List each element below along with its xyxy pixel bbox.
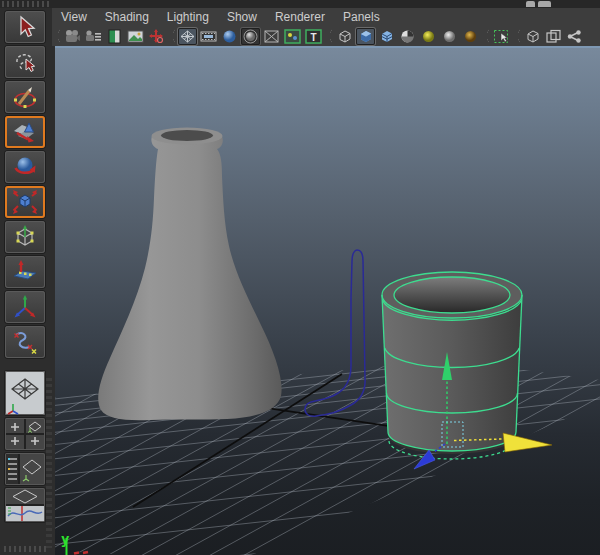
- move-tool-button[interactable]: [5, 116, 45, 148]
- use-all-lights-icon[interactable]: [283, 28, 302, 45]
- perspective-viewport[interactable]: y: [55, 46, 600, 555]
- scale-tool-button[interactable]: [5, 186, 45, 218]
- paint-select-tool-button[interactable]: [5, 81, 45, 113]
- select-camera-icon[interactable]: [63, 28, 82, 45]
- wireframe-mode-icon[interactable]: [335, 28, 354, 45]
- toolbar-separator: [169, 29, 175, 43]
- menu-shading[interactable]: Shading: [96, 10, 158, 24]
- universal-manipulator-tool-button[interactable]: [5, 221, 45, 253]
- flask-object[interactable]: [98, 128, 281, 421]
- x-axis-tick: [74, 553, 79, 554]
- toolbox-drag-grip[interactable]: [2, 1, 50, 7]
- menu-renderer[interactable]: Renderer: [266, 10, 334, 24]
- menu-lighting[interactable]: Lighting: [158, 10, 218, 24]
- layout-persp-graph-button[interactable]: [5, 488, 45, 522]
- default-material-icon[interactable]: [241, 28, 260, 45]
- xray-icon[interactable]: [262, 28, 281, 45]
- maya-viewport-panel: View Shading Lighting Show Renderer Pane…: [0, 0, 600, 555]
- top-strip: [0, 0, 600, 8]
- multi-pane-icon[interactable]: [544, 28, 563, 45]
- x-axis-handle-active[interactable]: [503, 433, 552, 452]
- cylinder-object[interactable]: [382, 272, 522, 459]
- use-default-material-icon[interactable]: [398, 28, 417, 45]
- menu-panels[interactable]: Panels: [334, 10, 389, 24]
- camera-attributes-icon[interactable]: [84, 28, 103, 45]
- film-gate-icon[interactable]: [199, 28, 218, 45]
- flask-body[interactable]: [98, 130, 281, 420]
- smooth-shade-mode-icon[interactable]: [356, 28, 375, 45]
- wire-cube-icon[interactable]: [523, 28, 542, 45]
- textured-icon[interactable]: T: [304, 28, 323, 45]
- top-tab-small: [526, 1, 535, 7]
- top-tab-wide: [538, 1, 551, 7]
- panel-edge-texture: [46, 378, 52, 548]
- lasso-select-tool-button[interactable]: [5, 46, 45, 78]
- lighting-gold-icon[interactable]: [461, 28, 480, 45]
- toolbar-separator: [326, 29, 332, 43]
- bookmarks-icon[interactable]: [105, 28, 124, 45]
- image-plane-icon[interactable]: [126, 28, 145, 45]
- curve-tool-button[interactable]: [5, 326, 45, 358]
- panel-menubar: View Shading Lighting Show Renderer Pane…: [52, 8, 600, 27]
- toolbar-separator: [514, 29, 520, 43]
- rotate-tool-button[interactable]: [5, 151, 45, 183]
- share-nodes-icon[interactable]: [565, 28, 584, 45]
- panel-drag-grip[interactable]: [4, 546, 46, 552]
- scene-canvas[interactable]: y: [55, 48, 600, 555]
- flask-opening: [161, 130, 213, 141]
- x-axis-tick2: [83, 552, 88, 553]
- shaded-sphere-icon[interactable]: [220, 28, 239, 45]
- layout-four-pane-button[interactable]: [5, 418, 45, 450]
- svg-text:T: T: [310, 31, 316, 42]
- grid-display-icon[interactable]: [178, 28, 197, 45]
- soft-modification-tool-button[interactable]: [5, 256, 45, 288]
- layout-outliner-persp-button[interactable]: [5, 453, 45, 485]
- lighting-gray-icon[interactable]: [440, 28, 459, 45]
- show-manipulator-tool-button[interactable]: [5, 291, 45, 323]
- toolbar-separator: [483, 29, 489, 43]
- toolbar-separator: [54, 29, 60, 43]
- layout-single-pane-button[interactable]: [5, 371, 45, 415]
- isolate-select-icon[interactable]: [492, 28, 511, 45]
- toolbox: [0, 8, 52, 555]
- axis-indicator: y: [61, 531, 88, 555]
- panel-toolbar: T: [52, 26, 600, 46]
- lighting-yellow-icon[interactable]: [419, 28, 438, 45]
- pan-zoom-icon[interactable]: [147, 28, 166, 45]
- menu-view[interactable]: View: [52, 10, 96, 24]
- textured-mode-icon[interactable]: [377, 28, 396, 45]
- menu-show[interactable]: Show: [218, 10, 266, 24]
- select-tool-button[interactable]: [5, 11, 45, 43]
